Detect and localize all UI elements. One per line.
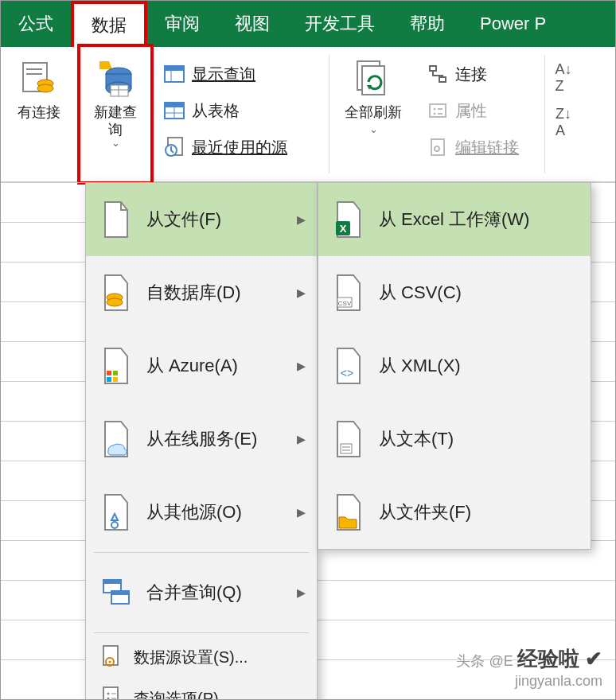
properties-icon <box>427 99 449 122</box>
ribbon-tabs: 公式 数据 审阅 视图 开发工具 帮助 Power P <box>1 1 615 47</box>
text-file-icon <box>333 420 365 458</box>
svg-text:CSV: CSV <box>338 300 352 307</box>
refresh-all-label: 全部刷新 <box>345 104 402 122</box>
tab-help[interactable]: 帮助 <box>392 1 462 47</box>
chevron-right-icon: ▸ <box>297 502 306 523</box>
tab-view[interactable]: 视图 <box>217 1 287 47</box>
refresh-all-icon <box>353 58 394 99</box>
svg-rect-44 <box>111 591 129 595</box>
svg-text:<>: <> <box>341 367 353 379</box>
excel-workbook-icon: X <box>333 200 365 239</box>
xml-icon: <> <box>333 347 365 385</box>
recent-sources-icon <box>163 136 185 158</box>
btn-from-table[interactable]: 从表格 <box>163 99 287 122</box>
menu-from-folder[interactable]: 从文件夹(F) <box>318 476 591 549</box>
existing-connections-label: 有连接 <box>18 104 60 122</box>
btn-refresh-all[interactable]: 全部刷新 ⌄ <box>329 47 417 181</box>
svg-rect-9 <box>111 85 128 96</box>
menu-from-csv[interactable]: CSV 从 CSV(C) <box>318 256 591 329</box>
svg-text:X: X <box>340 223 347 235</box>
tab-powerp[interactable]: Power P <box>462 1 563 47</box>
edit-links-icon <box>427 136 449 158</box>
new-query-menu: 从文件(F) ▸ 自数据库(D) ▸ 从 Azure(A) ▸ 从在线服务(E)… <box>85 182 318 700</box>
query-options-icon <box>100 686 123 700</box>
menu-from-database[interactable]: 自数据库(D) ▸ <box>86 256 317 329</box>
btn-existing-connections[interactable]: 有连接 <box>1 47 77 181</box>
datasource-settings-icon <box>100 644 123 670</box>
btn-recent-sources[interactable]: 最近使用的源 <box>163 136 287 158</box>
menu-datasource-settings[interactable]: 数据源设置(S)... <box>86 636 317 678</box>
from-file-submenu: X 从 Excel 工作簿(W) CSV 从 CSV(C) <> 从 XML(X… <box>318 182 591 550</box>
menu-from-file[interactable]: 从文件(F) ▸ <box>86 183 317 256</box>
folder-icon <box>333 493 365 531</box>
chevron-right-icon: ▸ <box>297 429 306 449</box>
menu-from-other[interactable]: 从其他源(O) ▸ <box>86 476 317 549</box>
btn-properties: 属性 <box>427 99 519 122</box>
btn-new-query[interactable]: 新建查 询 ⌄ <box>77 44 154 185</box>
connections-icon <box>427 63 449 85</box>
svg-point-49 <box>107 693 110 695</box>
svg-rect-42 <box>103 580 121 584</box>
svg-rect-26 <box>439 77 446 82</box>
btn-connections[interactable]: 连接 <box>427 63 519 85</box>
azure-icon <box>100 347 132 385</box>
file-icon <box>100 200 132 239</box>
svg-rect-36 <box>113 371 118 375</box>
chevron-right-icon: ▸ <box>297 209 306 230</box>
btn-show-queries[interactable]: 显示查询 <box>163 63 287 85</box>
sort-desc-icon[interactable]: Z↓A <box>556 106 571 139</box>
new-query-label: 新建查 询 <box>94 104 137 138</box>
tab-formula[interactable]: 公式 <box>1 1 71 47</box>
online-services-icon <box>100 420 132 458</box>
connections-group: 连接 属性 编辑链接 <box>417 47 544 181</box>
database-icon <box>100 274 132 312</box>
svg-marker-5 <box>99 61 112 69</box>
tab-review[interactable]: 审阅 <box>147 1 217 47</box>
svg-point-30 <box>434 113 436 115</box>
existing-connections-icon <box>18 58 60 99</box>
chevron-right-icon: ▸ <box>297 282 306 303</box>
svg-point-4 <box>37 84 53 92</box>
svg-rect-16 <box>165 103 184 107</box>
menu-from-excel-workbook[interactable]: X 从 Excel 工作簿(W) <box>318 183 591 256</box>
new-query-icon <box>95 58 136 99</box>
csv-icon: CSV <box>333 274 365 312</box>
ribbon-toolbar: 有连接 新建查 询 ⌄ 显示查询 <box>1 47 615 182</box>
merge-queries-icon <box>100 574 132 612</box>
chevron-down-icon: ⌄ <box>111 137 120 149</box>
tab-data[interactable]: 数据 <box>71 1 147 47</box>
svg-rect-27 <box>430 104 446 117</box>
menu-from-online[interactable]: 从在线服务(E) ▸ <box>86 402 317 476</box>
chevron-down-icon: ⌄ <box>369 123 378 135</box>
tab-dev[interactable]: 开发工具 <box>287 1 392 47</box>
svg-rect-25 <box>430 66 436 71</box>
from-table-icon <box>163 99 185 122</box>
svg-rect-37 <box>107 377 111 382</box>
other-sources-icon <box>100 493 132 531</box>
svg-point-51 <box>107 698 110 700</box>
svg-point-47 <box>109 661 111 663</box>
chevron-right-icon: ▸ <box>297 582 306 603</box>
menu-from-xml[interactable]: <> 从 XML(X) <box>318 329 591 402</box>
svg-rect-13 <box>165 66 184 71</box>
sort-group[interactable]: A↓Z Z↓A <box>545 47 582 181</box>
svg-point-34 <box>107 298 123 306</box>
menu-merge-queries[interactable]: 合并查询(Q) ▸ <box>86 556 317 629</box>
svg-point-28 <box>434 108 436 111</box>
menu-query-options[interactable]: 查询选项(P) <box>86 678 317 700</box>
chevron-right-icon: ▸ <box>297 356 306 376</box>
menu-from-text[interactable]: 从文本(T) <box>318 402 591 476</box>
svg-rect-38 <box>113 377 118 382</box>
svg-rect-58 <box>341 444 352 453</box>
query-group: 显示查询 从表格 最近使用的源 <box>154 47 329 181</box>
menu-from-azure[interactable]: 从 Azure(A) ▸ <box>86 329 317 402</box>
show-queries-icon <box>163 63 185 85</box>
sort-asc-icon[interactable]: A↓Z <box>555 61 571 95</box>
watermark: 头条 @E 经验啦 ✔ jingyanla.com <box>456 645 602 690</box>
btn-edit-links: 编辑链接 <box>427 136 519 158</box>
svg-rect-35 <box>107 371 111 375</box>
